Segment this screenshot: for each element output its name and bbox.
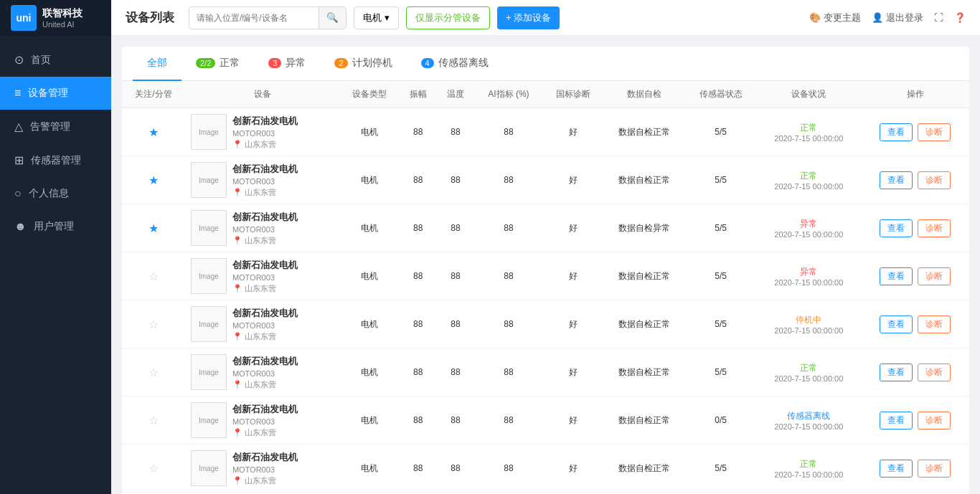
diagnose-button[interactable]: 诊断: [918, 460, 951, 478]
sensor-icon: ⊞: [14, 153, 24, 167]
add-device-button[interactable]: + 添加设备: [497, 6, 560, 29]
actions-cell: 查看 诊断: [861, 300, 969, 348]
status-badge: 异常: [762, 218, 855, 230]
fullscreen-button[interactable]: ⛶: [934, 12, 943, 23]
favorite-cell: ☆: [122, 300, 185, 348]
view-button[interactable]: 查看: [880, 364, 913, 381]
device-name: 创新石油发电机: [232, 451, 298, 464]
star-toggle[interactable]: ☆: [149, 462, 159, 475]
device-location: 📍 山东东营: [232, 187, 298, 198]
view-button[interactable]: 查看: [880, 315, 913, 333]
tab-all[interactable]: 全部: [133, 47, 182, 81]
device-name: 创新石油发电机: [232, 115, 298, 128]
logo-icon: uni: [11, 5, 37, 31]
view-button[interactable]: 查看: [880, 219, 913, 237]
search-button[interactable]: 🔍: [319, 6, 346, 29]
view-button[interactable]: 查看: [880, 171, 913, 189]
temperature-cell: 88: [437, 300, 474, 348]
type-cell: 电机: [339, 252, 400, 300]
ai-cell: 88: [474, 348, 543, 396]
star-toggle[interactable]: ★: [149, 126, 159, 138]
badge-normal: 2/2: [196, 58, 215, 68]
sidebar-item-profile[interactable]: ○ 个人信息: [0, 177, 111, 210]
diagnose-button[interactable]: 诊断: [918, 171, 951, 189]
device-location: 📍 山东东营: [232, 331, 298, 342]
search-input[interactable]: [189, 13, 319, 23]
vibration-cell: 88: [400, 204, 437, 252]
star-toggle[interactable]: ☆: [149, 414, 159, 427]
star-toggle[interactable]: ☆: [149, 318, 159, 331]
temperature-cell: 88: [437, 204, 474, 252]
sidebar-item-alert[interactable]: △ 告警管理: [0, 110, 111, 143]
sidebar-item-device[interactable]: ≡ 设备管理: [0, 77, 111, 110]
col-type: 设备类型: [339, 81, 400, 108]
sidebar-item-home[interactable]: ⊙ 首页: [0, 43, 111, 77]
status-badge: 正常: [762, 362, 855, 374]
sidebar-item-sensor[interactable]: ⊞ 传感器管理: [0, 143, 111, 177]
ai-cell: 88: [474, 204, 543, 252]
device-image: Image: [191, 258, 227, 294]
vibration-cell: 88: [400, 252, 437, 300]
table-row: ☆ Image 创新石油发电机 MOTOR003 📍 山东东营 电机 88 88…: [122, 252, 969, 300]
star-toggle[interactable]: ★: [149, 222, 159, 234]
view-button[interactable]: 查看: [880, 267, 913, 285]
status-time: 2020-7-15 00:00:00: [762, 374, 855, 383]
ai-cell: 88: [474, 396, 543, 445]
status-time: 2020-7-15 00:00:00: [762, 326, 855, 335]
status-time: 2020-7-15 00:00:00: [762, 230, 855, 239]
help-button[interactable]: ❓: [954, 12, 966, 23]
tab-normal[interactable]: 2/2 正常: [182, 47, 254, 81]
diagnose-button[interactable]: 诊断: [918, 412, 951, 429]
badge-abnormal: 3: [268, 58, 281, 68]
tab-planned[interactable]: 2 计划停机: [320, 47, 406, 81]
star-toggle[interactable]: ☆: [149, 366, 159, 379]
star-toggle[interactable]: ★: [149, 174, 159, 186]
diagnosis-cell: 好: [543, 445, 603, 493]
view-button[interactable]: 查看: [880, 123, 913, 141]
diagnose-button[interactable]: 诊断: [918, 364, 951, 381]
selfcheck-cell: 数据自检正常: [603, 445, 685, 493]
diagnose-button[interactable]: 诊断: [918, 123, 951, 141]
sidebar-item-label: 个人信息: [29, 187, 69, 200]
device-name: 创新石油发电机: [232, 355, 298, 368]
sidebar-menu: ⊙ 首页 ≡ 设备管理 △ 告警管理 ⊞ 传感器管理 ○ 个人信息 ☻ 用户管理: [0, 43, 111, 243]
vibration-cell: 88: [400, 300, 437, 348]
table-row: ★ Image 创新石油发电机 MOTOR003 📍 山东东营 电机 88 88…: [122, 156, 969, 204]
diagnose-button[interactable]: 诊断: [918, 219, 951, 237]
sidebar-item-user[interactable]: ☻ 用户管理: [0, 210, 111, 243]
logo: uni 联智科技 United AI: [0, 0, 111, 36]
temperature-cell: 88: [437, 108, 474, 156]
diagnose-button[interactable]: 诊断: [918, 315, 951, 333]
status-cell: 停机中 2020-7-15 00:00:00: [756, 300, 861, 348]
display-managed-button[interactable]: 仅显示分管设备: [406, 6, 490, 29]
diagnose-button[interactable]: 诊断: [918, 267, 951, 285]
theme-button[interactable]: 🎨 变更主题: [809, 11, 861, 24]
filter-label: 电机: [363, 11, 382, 24]
type-cell: 电机: [339, 156, 400, 204]
device-name: 创新石油发电机: [232, 211, 298, 224]
device-details: 创新石油发电机 MOTOR003 📍 山东东营: [232, 403, 298, 438]
page-title: 设备列表: [126, 9, 174, 26]
filter-dropdown[interactable]: 电机 ▾: [354, 6, 399, 29]
table-row: ★ Image 创新石油发电机 MOTOR003 📍 山东东营 电机 88 88…: [122, 204, 969, 252]
device-location: 📍 山东东营: [232, 475, 298, 486]
tab-abnormal[interactable]: 3 异常: [254, 47, 320, 81]
view-button[interactable]: 查看: [880, 412, 913, 429]
diagnosis-cell: 好: [543, 204, 603, 252]
ai-cell: 88: [474, 156, 543, 204]
favorite-cell: ★: [122, 156, 185, 204]
device-table-container: 全部 2/2 正常 3 异常 2 计划停机 4 传感器离线: [122, 47, 969, 494]
device-code: MOTOR003: [232, 321, 298, 330]
star-toggle[interactable]: ☆: [149, 270, 159, 282]
device-cell: Image 创新石油发电机 MOTOR003 📍 山东东营: [185, 252, 339, 300]
view-button[interactable]: 查看: [880, 460, 913, 478]
device-details: 创新石油发电机 MOTOR003 📍 山东东营: [232, 163, 298, 198]
logout-button[interactable]: 👤 退出登录: [872, 11, 923, 24]
sensor-cell: 5/5: [685, 300, 756, 348]
tab-sensor-offline[interactable]: 4 传感器离线: [407, 47, 503, 81]
temperature-cell: 88: [437, 348, 474, 396]
actions-cell: 查看 诊断: [861, 252, 969, 300]
temperature-cell: 88: [437, 252, 474, 300]
type-cell: 电机: [339, 348, 400, 396]
status-cell: 正常 2020-7-15 00:00:00: [756, 348, 861, 396]
